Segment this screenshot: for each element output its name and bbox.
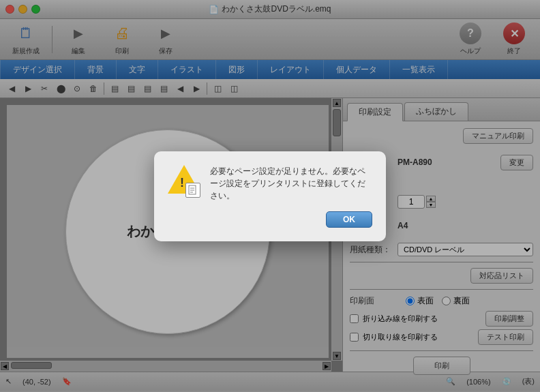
- dialog-message: 必要なページ設定が足りません。必要なページ設定をプリンタリストに登録してください…: [210, 165, 372, 202]
- dialog: 必要なページ設定が足りません。必要なページ設定をプリンタリストに登録してください…: [154, 151, 386, 241]
- dialog-doc-icon: [185, 183, 200, 198]
- dialog-body: 必要なページ設定が足りません。必要なページ設定をプリンタリストに登録してください…: [168, 165, 372, 202]
- dialog-overlay: 必要なページ設定が足りません。必要なページ設定をプリンタリストに登録してください…: [0, 0, 540, 392]
- dialog-icon: [168, 165, 200, 198]
- dialog-ok-button[interactable]: OK: [326, 211, 372, 228]
- dialog-footer: OK: [168, 211, 372, 228]
